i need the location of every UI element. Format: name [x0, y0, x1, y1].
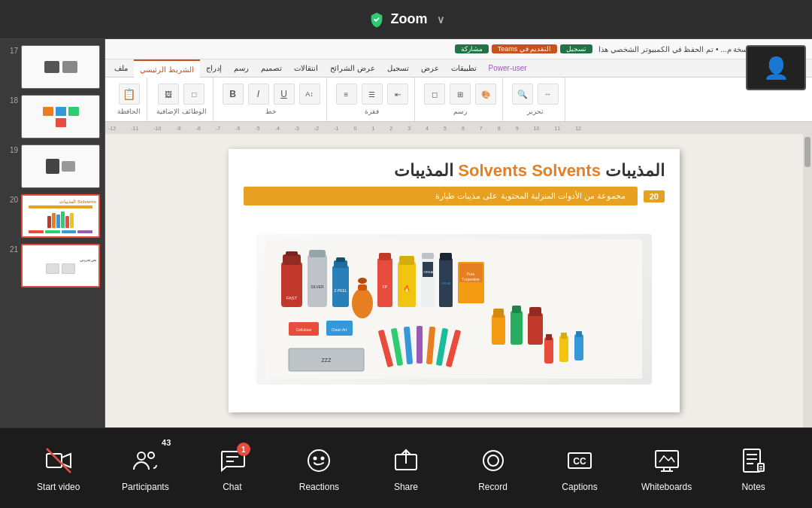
svg-rect-81 [758, 464, 764, 471]
paragraph-label: فقرة [365, 108, 379, 115]
bold-icon[interactable]: B [223, 84, 244, 105]
ppt-tab-home[interactable]: الشريط الرئيسي [134, 59, 200, 78]
start-video-button[interactable]: Start video [29, 444, 89, 492]
notes-button[interactable]: Notes [723, 444, 783, 492]
find-icon[interactable]: 🔍 [512, 84, 533, 105]
svg-text:CC: CC [573, 456, 586, 467]
captions-button[interactable]: CC Captions [550, 444, 610, 492]
svg-point-14 [358, 278, 367, 284]
thumb-img-19[interactable] [21, 144, 100, 188]
chat-button[interactable]: 1 Chat [202, 444, 262, 492]
record-button[interactable]: Record [463, 444, 523, 492]
svg-rect-10 [336, 257, 345, 262]
svg-rect-52 [561, 333, 567, 339]
svg-point-69 [488, 455, 498, 466]
bottom-toolbar: Start video 43 Participants 1 Chat [0, 427, 812, 508]
svg-text:Cellulose: Cellulose [296, 327, 312, 332]
ppt-tab-design[interactable]: تصميم [255, 59, 288, 78]
svg-text:DRIVA: DRIVA [441, 281, 450, 285]
svg-rect-46 [512, 306, 521, 313]
slide-thumb-20[interactable]: 20 Solvents المذيبات [0, 191, 105, 241]
svg-point-68 [483, 451, 503, 470]
svg-point-12 [352, 288, 373, 318]
quick-styles-icon[interactable]: 🎨 [475, 84, 496, 105]
align-icon[interactable]: ≡ [336, 84, 357, 105]
participants-button[interactable]: 43 Participants [115, 444, 175, 492]
ppt-tab-file[interactable]: ملف [108, 59, 134, 78]
svg-rect-3 [286, 251, 298, 256]
svg-text:Clean Art: Clean Art [332, 327, 347, 332]
share-icon [392, 447, 420, 474]
svg-rect-49 [544, 337, 553, 364]
ppt-tab-view[interactable]: عرض [415, 59, 445, 78]
ppt-tab-insert[interactable]: إدراج [200, 59, 228, 78]
reactions-label: Reactions [299, 482, 339, 492]
slide-layout-icon[interactable]: □ [183, 84, 205, 105]
whiteboards-button[interactable]: Whiteboards [637, 444, 697, 492]
ppt-tab-record[interactable]: تسجيل [381, 59, 415, 78]
thumb-num-21: 21 [5, 244, 18, 254]
slide-title-arabic: المذيبات Solvents Solvents المذيبات [394, 161, 665, 180]
share-button[interactable]: Share [376, 444, 436, 492]
svg-rect-47 [528, 313, 543, 345]
participants-icon-container: 43 [129, 444, 162, 477]
reactions-button[interactable]: Reactions [289, 444, 349, 492]
slide-area: 👤 المذيبات Solvents Solvents المذيبات [105, 134, 812, 427]
ppt-tab-transitions[interactable]: انتقالات [288, 59, 324, 78]
svg-point-65 [322, 458, 324, 460]
font-size-icon[interactable]: A↕ [299, 84, 320, 105]
ppt-share-checkbox[interactable]: مشاركة [455, 44, 489, 53]
shape-icon[interactable]: ◻ [424, 84, 445, 105]
thumb-num-19: 19 [5, 144, 18, 154]
arrange-icon[interactable]: ⊞ [450, 84, 471, 105]
zoom-logo: Zoom ∨ [368, 11, 444, 28]
share-icon-container [389, 444, 423, 477]
slide-thumb-21[interactable]: 21 نص تجريبي [0, 241, 105, 291]
svg-text:ZZZ: ZZZ [322, 357, 332, 363]
whiteboards-icon [653, 447, 680, 474]
list-icon[interactable]: ☰ [362, 84, 383, 105]
slides-label: الوظائف الإضافية [156, 108, 207, 115]
svg-rect-39 [417, 326, 423, 364]
new-slide-icon[interactable]: 🖼 [158, 84, 179, 105]
captions-icon-container: CC [563, 444, 596, 477]
rtl-icon[interactable]: ⇤ [387, 84, 408, 105]
thumb-img-20[interactable]: Solvents المذيبات [21, 194, 100, 238]
ppt-save-btn[interactable]: تسجيل [560, 44, 592, 53]
svg-text:Turpentine: Turpentine [462, 277, 480, 281]
svg-rect-50 [546, 334, 552, 340]
svg-rect-15 [377, 258, 392, 307]
slide-thumb-17[interactable]: 17 [0, 42, 105, 92]
slide-scrollbar[interactable] [803, 134, 812, 427]
svg-rect-2 [283, 254, 301, 265]
ppt-tab-draw[interactable]: رسم [228, 59, 255, 78]
ppt-tab-slideshow[interactable]: عرض الشرائح [324, 59, 381, 78]
svg-point-59 [138, 452, 145, 460]
zoom-title: Zoom [391, 11, 428, 27]
slide-title-en-display: Solvents [532, 161, 601, 180]
zoom-dropdown-chevron[interactable]: ∨ [437, 14, 444, 26]
slide-image-area: FAST SILVER Z-P [229, 205, 680, 412]
replace-icon[interactable]: ↔ [538, 84, 559, 105]
slide-content-area: 👤 المذيبات Solvents Solvents المذيبات [105, 134, 803, 427]
editing-label: تحرير [527, 108, 544, 115]
thumb-img-18[interactable] [21, 95, 100, 138]
ppt-tab-poweruser[interactable]: Power-user [483, 59, 533, 78]
slide-thumb-18[interactable]: 18 [0, 92, 105, 141]
svg-point-60 [148, 452, 154, 458]
ppt-tab-apps[interactable]: تطبيقات [445, 59, 483, 78]
slide-title-ar-text: المذيبات [605, 161, 665, 180]
slide-thumb-19[interactable]: 19 [0, 141, 105, 191]
svg-rect-13 [358, 284, 367, 291]
notes-icon-container [737, 444, 770, 477]
notes-icon [740, 447, 767, 474]
thumb-img-17[interactable] [21, 45, 100, 89]
italic-icon[interactable]: I [248, 84, 269, 105]
top-bar: Zoom ∨ [0, 0, 812, 39]
svg-rect-26 [440, 253, 452, 260]
ppt-present-btn[interactable]: التقديم في Teams [492, 44, 558, 53]
thumb-img-21[interactable]: نص تجريبي [21, 244, 100, 287]
start-video-icon-container [42, 444, 75, 477]
paste-icon[interactable]: 📋 [119, 84, 140, 105]
underline-icon[interactable]: U [274, 84, 295, 105]
